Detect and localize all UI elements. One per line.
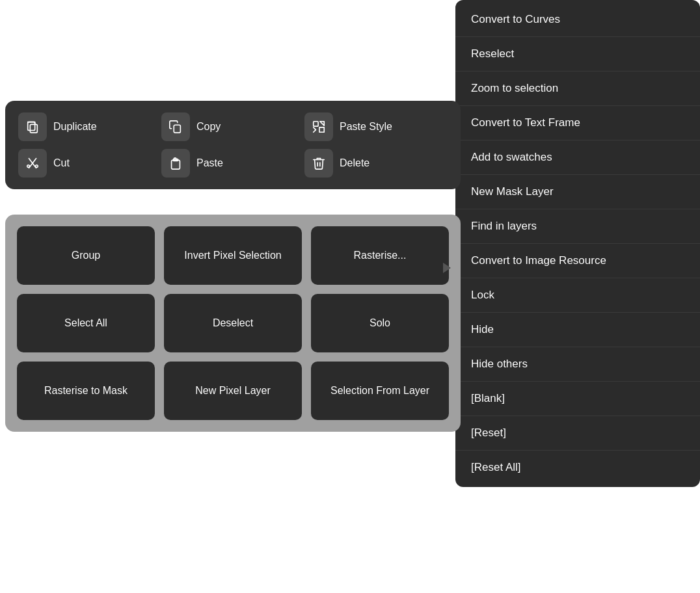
svg-point-5: [27, 165, 30, 168]
svg-rect-7: [172, 160, 180, 169]
icon-label-paste-style: Paste Style: [340, 121, 392, 133]
cut-icon: [18, 149, 47, 178]
right-menu-item-lock[interactable]: Lock: [455, 278, 700, 313]
icon-item-paste[interactable]: Paste: [161, 149, 304, 178]
right-menu-item-convert-to-image-resource[interactable]: Convert to Image Resource: [455, 244, 700, 278]
right-menu-item-blank[interactable]: [Blank]: [455, 382, 700, 416]
grid-btn-deselect[interactable]: Deselect: [164, 294, 302, 352]
icon-item-copy[interactable]: Copy: [161, 112, 304, 141]
paste-style-icon: [304, 112, 333, 141]
svg-rect-2: [174, 125, 180, 133]
right-menu-item-hide-others[interactable]: Hide others: [455, 347, 700, 382]
icon-label-copy: Copy: [196, 121, 221, 133]
right-menu-item-reselect[interactable]: Reselect: [455, 37, 700, 72]
right-menu-item-convert-to-text-frame[interactable]: Convert to Text Frame: [455, 106, 700, 140]
delete-icon: [304, 149, 333, 178]
grid-btn-selection-from-layer[interactable]: Selection From Layer: [311, 362, 449, 420]
grid-panel: GroupInvert Pixel SelectionRasterise...S…: [5, 215, 461, 432]
grid-btn-solo[interactable]: Solo: [311, 294, 449, 352]
icon-label-paste: Paste: [196, 157, 223, 169]
right-menu-item-add-to-swatches[interactable]: Add to swatches: [455, 140, 700, 175]
svg-rect-1: [28, 122, 35, 131]
icon-label-cut: Cut: [53, 157, 70, 169]
svg-marker-4: [320, 122, 324, 125]
right-context-menu: Convert to CurvesReselectZoom to selecti…: [455, 0, 700, 487]
icon-item-paste-style[interactable]: Paste Style: [304, 112, 448, 141]
right-menu-item-hide[interactable]: Hide: [455, 313, 700, 347]
right-menu-item-new-mask-layer[interactable]: New Mask Layer: [455, 175, 700, 209]
icon-item-duplicate[interactable]: Duplicate: [18, 112, 161, 141]
grid-btn-new-pixel-layer[interactable]: New Pixel Layer: [164, 362, 302, 420]
right-menu-item-zoom-to-selection[interactable]: Zoom to selection: [455, 72, 700, 106]
svg-rect-0: [30, 124, 37, 133]
svg-rect-3: [314, 122, 318, 126]
grid-btn-select-all[interactable]: Select All: [17, 294, 155, 352]
copy-icon: [161, 112, 190, 141]
right-menu-item-reset[interactable]: [Reset]: [455, 416, 700, 451]
svg-point-6: [36, 165, 38, 168]
grid-btn-rasterise[interactable]: Rasterise...: [311, 226, 449, 285]
grid-btn-invert-pixel-selection[interactable]: Invert Pixel Selection: [164, 226, 302, 285]
grid-btn-rasterise-to-mask[interactable]: Rasterise to Mask: [17, 362, 155, 420]
right-menu-item-find-in-layers[interactable]: Find in layers: [455, 209, 700, 244]
arrow-indicator: [437, 261, 457, 274]
right-menu-item-reset-all[interactable]: [Reset All]: [455, 451, 700, 484]
paste-icon: [161, 149, 190, 178]
icon-label-delete: Delete: [340, 157, 370, 169]
icon-toolbar: DuplicateCopyPaste StyleCutPasteDelete: [5, 101, 461, 189]
icon-label-duplicate: Duplicate: [53, 121, 97, 133]
icon-item-cut[interactable]: Cut: [18, 149, 161, 178]
icon-item-delete[interactable]: Delete: [304, 149, 448, 178]
right-menu-item-convert-to-curves[interactable]: Convert to Curves: [455, 3, 700, 37]
duplicate-icon: [18, 112, 47, 141]
grid-btn-group[interactable]: Group: [17, 226, 155, 285]
